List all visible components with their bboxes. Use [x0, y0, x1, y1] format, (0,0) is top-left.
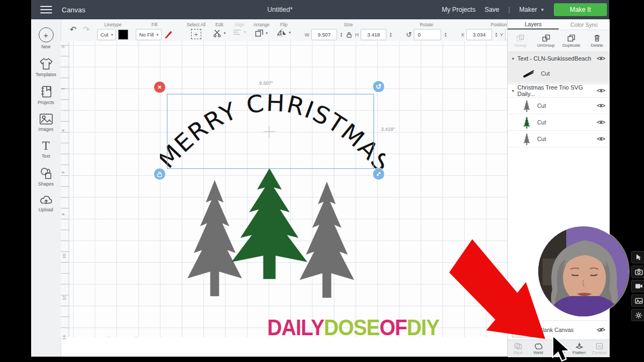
height-input[interactable]: 3.418: [361, 29, 386, 40]
sidebar-item-new[interactable]: + New: [31, 27, 61, 49]
caret-down-icon[interactable]: ▾: [512, 88, 514, 93]
caret-down-icon: ▾: [111, 33, 113, 37]
pointer-tool-icon[interactable]: [631, 251, 644, 263]
topbar-divider: |: [508, 6, 510, 13]
height-axis-label: H: [355, 32, 359, 38]
ruler-number: 2: [61, 87, 65, 90]
tab-layers[interactable]: Layers: [508, 19, 559, 29]
screenshot-camera-icon[interactable]: [631, 265, 644, 278]
daily-dose-of-diy-watermark: DAILYDOSEOFDIY: [267, 315, 439, 337]
rotate-handle[interactable]: ↺: [373, 81, 384, 92]
machine-selector[interactable]: Maker ▼: [519, 6, 544, 13]
layer-group-text[interactable]: ▾ Text - CLN-SunkissedBeach: [508, 52, 610, 65]
height-stepper[interactable]: ▲▼: [389, 32, 392, 37]
edit-label: Edit: [215, 22, 223, 27]
delete-button[interactable]: Delete: [584, 30, 610, 51]
settings-gear-icon[interactable]: [631, 309, 644, 321]
lock-icon[interactable]: [346, 31, 353, 38]
linetype-dropdown[interactable]: Cut ▾: [97, 29, 116, 40]
ungroup-button[interactable]: UnGroup: [533, 30, 559, 51]
position-label: Position: [491, 22, 507, 27]
sidebar-item-upload[interactable]: Upload: [31, 195, 61, 212]
sidebar-item-images[interactable]: Images: [31, 113, 61, 132]
tree-left-gray[interactable]: [187, 180, 241, 296]
position-x-input[interactable]: 3.034: [466, 29, 492, 40]
caret-down-icon[interactable]: ▾: [512, 56, 514, 61]
undo-icon[interactable]: ↶: [70, 25, 77, 33]
arrange-label: Arrange: [253, 22, 269, 27]
top-bar: Canvas Untitled* My Projects Save | Make…: [31, 0, 609, 19]
document-title[interactable]: Untitled*: [267, 6, 292, 13]
save-link[interactable]: Save: [485, 6, 499, 13]
delete-handle[interactable]: ✕: [154, 82, 165, 93]
layer-row-tree-gray-1[interactable]: Cut: [508, 98, 610, 114]
my-projects-link[interactable]: My Projects: [442, 6, 475, 13]
layer-group-tree-trio[interactable]: ▾ Christmas Tree Trio SVG Daily...: [508, 84, 610, 98]
zoom-out-button[interactable]: −: [104, 337, 114, 337]
sidebar-item-label: New: [41, 44, 50, 49]
rotate-input[interactable]: 0: [414, 29, 441, 40]
sidebar-item-text[interactable]: T Text: [31, 140, 61, 159]
menu-icon[interactable]: [40, 6, 52, 13]
ruler-number: 4: [61, 129, 65, 131]
visibility-eye-icon[interactable]: [597, 88, 605, 93]
rotate-icon[interactable]: ↺: [406, 31, 412, 39]
x-axis-label: X: [461, 32, 464, 38]
sidebar-item-shapes[interactable]: Shapes: [31, 167, 61, 187]
make-it-button[interactable]: Make It: [554, 3, 607, 16]
group-icon: [516, 34, 524, 42]
zoom-control: − 76% +: [104, 337, 142, 337]
zoom-in-button[interactable]: +: [131, 337, 142, 337]
layer-row-text-cut[interactable]: Cut: [508, 65, 610, 82]
lock-handle[interactable]: [154, 168, 165, 180]
gallery-image-icon[interactable]: [631, 294, 644, 307]
edit-menu[interactable]: ▾: [213, 29, 226, 38]
align-menu: ▾: [233, 29, 246, 35]
left-sidebar: + New Templates Projects Images T Text: [31, 19, 61, 357]
visibility-hidden-eye-icon[interactable]: [597, 327, 605, 333]
position-x-stepper[interactable]: ▲▼: [495, 32, 497, 37]
watermark-segment: DAILY: [267, 315, 324, 337]
layer-operation-label: Cut: [537, 102, 546, 109]
sidebar-item-projects[interactable]: Projects: [31, 85, 61, 105]
visibility-eye-icon[interactable]: [597, 120, 605, 125]
sidebar-item-templates[interactable]: Templates: [31, 57, 61, 77]
red-arrow-annotation: [440, 225, 569, 357]
video-record-icon[interactable]: [631, 280, 644, 292]
text-icon: T: [42, 140, 49, 152]
pen-icon[interactable]: [164, 30, 173, 39]
flip-label: Flip: [280, 22, 288, 27]
watermark-segment: DOSE: [324, 315, 380, 337]
tab-color-sync[interactable]: Color Sync: [559, 19, 610, 29]
width-input[interactable]: 9.507: [311, 29, 337, 40]
sidebar-item-label: Text: [42, 153, 50, 159]
layer-row-tree-gray-2[interactable]: Cut: [508, 131, 610, 147]
flip-icon: [277, 29, 287, 36]
visibility-eye-icon[interactable]: [597, 103, 605, 108]
machine-name: Maker: [519, 6, 537, 13]
linetype-color-swatch[interactable]: [118, 29, 128, 40]
align-icon: [233, 29, 241, 35]
selection-center-crosshair: [264, 126, 275, 138]
visibility-eye-icon[interactable]: [597, 56, 605, 61]
tree-right-gray[interactable]: [299, 182, 354, 298]
rotate-stepper[interactable]: ▲▼: [444, 32, 447, 37]
ruler-number: 6: [61, 171, 65, 173]
tree-thumbnail-gray: [523, 133, 531, 145]
tree-center-green[interactable]: [231, 168, 307, 279]
video-frame: Canvas Untitled* My Projects Save | Make…: [0, 0, 644, 362]
flatten-icon: [575, 342, 583, 350]
arrange-menu[interactable]: ▾: [255, 29, 268, 37]
width-stepper[interactable]: ▲▼: [340, 32, 342, 37]
duplicate-button[interactable]: Duplicate: [559, 30, 584, 51]
resize-handle[interactable]: [373, 168, 384, 180]
christmas-tree-trio-artwork[interactable]: [176, 161, 364, 306]
fill-dropdown[interactable]: No Fill ▾: [136, 29, 161, 40]
select-all-icon[interactable]: +: [191, 29, 201, 39]
layer-row-tree-green[interactable]: Cut: [508, 114, 610, 131]
shapes-icon: [39, 167, 53, 180]
ruler-number: 14: [62, 335, 67, 340]
flip-menu[interactable]: ▾: [277, 29, 291, 36]
visibility-eye-icon[interactable]: [597, 136, 605, 142]
select-all-label: Select All: [187, 22, 206, 27]
